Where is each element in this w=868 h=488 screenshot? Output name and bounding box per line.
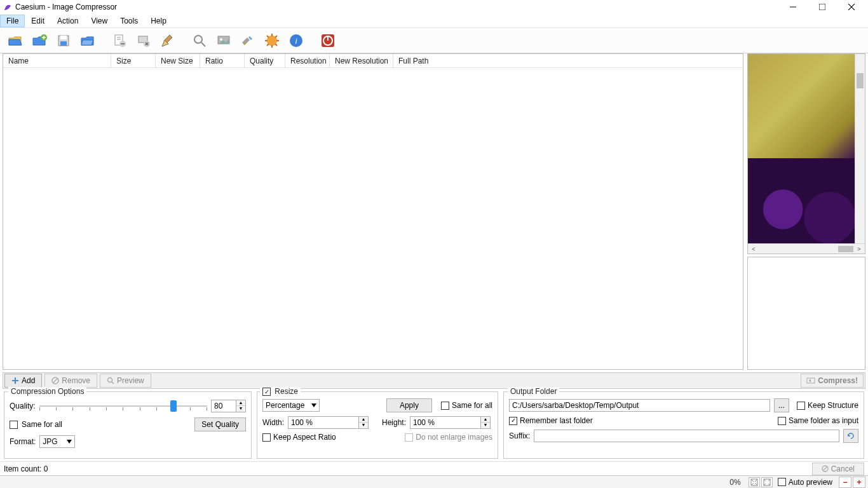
menu-tools[interactable]: Tools [114,15,144,27]
remove-item-icon[interactable] [109,30,130,51]
preview-hscroll[interactable]: < > [748,243,865,254]
quality-label: Quality: [10,402,36,410]
resize-group: Resize Percentage Apply Same for all Wid… [257,391,498,459]
open-list-icon[interactable] [78,30,98,51]
svg-rect-7 [60,41,67,46]
donate-icon[interactable] [262,30,282,51]
zoom-out-button[interactable]: − [839,477,851,488]
col-full-path[interactable]: Full Path [393,54,743,67]
height-spin[interactable]: ▲▼ [410,416,492,429]
svg-text:i: i [295,37,297,46]
close-button[interactable] [843,1,860,13]
add-button-label: Add [22,376,35,385]
col-new-resolution[interactable]: New Resolution [330,54,393,67]
clear-list-icon[interactable] [133,30,154,51]
same-for-all-quality-checkbox[interactable] [10,421,18,429]
compress-button[interactable]: Compress! [801,374,864,388]
output-path-input[interactable] [509,399,770,412]
width-spin[interactable]: ▲▼ [288,416,370,429]
col-size[interactable]: Size [111,54,156,67]
col-resolution[interactable]: Resolution [285,54,330,67]
minimize-button[interactable] [784,1,802,13]
file-list-body[interactable] [3,68,743,369]
maximize-button[interactable] [813,1,831,13]
item-count-bar: Item count: 0 Cancel [0,461,868,475]
menu-file[interactable]: File [0,15,25,27]
cancel-button-label: Cancel [831,464,855,473]
no-enlarge-checkbox [405,433,413,442]
menu-action[interactable]: Action [51,15,85,27]
preview-compressed[interactable] [747,257,865,370]
svg-line-25 [267,36,269,37]
zoom-in-button[interactable]: + [853,477,865,488]
menu-view[interactable]: View [85,15,114,27]
menu-help[interactable]: Help [144,15,173,27]
spin-down-icon[interactable]: ▼ [236,406,245,412]
about-icon[interactable]: i [286,30,306,51]
preview-image[interactable] [748,54,865,243]
apply-resize-button[interactable]: Apply [386,398,432,412]
preview-button[interactable]: Preview [100,374,151,388]
keep-structure-checkbox[interactable] [797,402,805,410]
format-select[interactable]: JPG [39,435,75,448]
height-input[interactable] [410,416,481,429]
compress-button-label: Compress! [818,376,858,385]
same-folder-checkbox[interactable] [778,417,786,425]
compress-icon [806,376,815,385]
preview-original: < > [747,53,865,254]
quality-spin[interactable]: ▲▼ [211,400,246,412]
keep-structure-label: Keep Structure [808,401,858,410]
width-input[interactable] [288,416,359,429]
menu-bar: File Edit Action View Tools Help [0,14,868,28]
fit-window-icon[interactable] [749,477,760,487]
status-bar: 0% Auto preview − + [0,475,868,488]
save-list-icon[interactable] [53,30,74,51]
auto-preview-checkbox[interactable] [778,478,786,486]
col-new-size[interactable]: New Size [156,54,200,67]
quality-slider[interactable] [39,398,207,414]
quality-value-input[interactable] [211,400,236,412]
suffix-input[interactable] [534,430,839,442]
preview-vscroll[interactable] [855,54,865,243]
browse-output-button[interactable]: ... [774,398,789,412]
settings-icon[interactable] [238,30,258,51]
options-panel: Compression Options Quality: ▲▼ Same for… [0,389,868,461]
keep-aspect-checkbox[interactable] [262,433,271,442]
add-button[interactable]: Add [4,374,42,388]
spin-up-icon[interactable]: ▲ [236,400,245,406]
add-folder-icon[interactable] [29,30,50,51]
col-name[interactable]: Name [3,54,111,67]
col-quality[interactable]: Quality [245,54,285,67]
open-file-icon[interactable] [5,30,25,51]
exit-icon[interactable] [318,30,338,51]
svg-rect-1 [819,4,825,10]
clean-icon[interactable] [158,30,178,51]
remember-folder-checkbox[interactable] [509,417,517,425]
app-icon [3,2,13,12]
resize-checkbox[interactable] [262,388,271,396]
set-quality-button[interactable]: Set Quality [194,417,246,431]
resize-legend: Resize [260,387,301,396]
reset-suffix-button[interactable] [843,429,858,443]
scroll-right-icon[interactable]: > [855,246,864,252]
zoom-icon[interactable] [189,30,210,51]
cancel-button[interactable]: Cancel [812,463,864,475]
col-ratio[interactable]: Ratio [200,54,245,67]
refresh-icon [846,431,855,440]
svg-line-26 [275,44,277,46]
preview-pane: < > [747,53,865,370]
menu-edit[interactable]: Edit [25,15,51,27]
actual-size-icon[interactable] [761,477,773,487]
resize-mode-select[interactable]: Percentage [262,399,320,412]
same-for-all-resize-checkbox[interactable] [441,402,449,410]
width-label: Width: [262,418,284,427]
remove-button-label: Remove [62,376,90,385]
file-list: Name Size New Size Ratio Quality Resolut… [3,53,743,370]
output-folder-group: Output Folder ... Keep Structure Remembe… [503,391,864,459]
preview-icon[interactable] [214,30,234,51]
item-count-label: Item count: 0 [4,464,48,473]
remove-button[interactable]: Remove [44,374,97,388]
no-enlarge-label: Do not enlarge images [416,433,492,442]
svg-point-18 [220,38,222,41]
scroll-left-icon[interactable]: < [749,246,758,252]
